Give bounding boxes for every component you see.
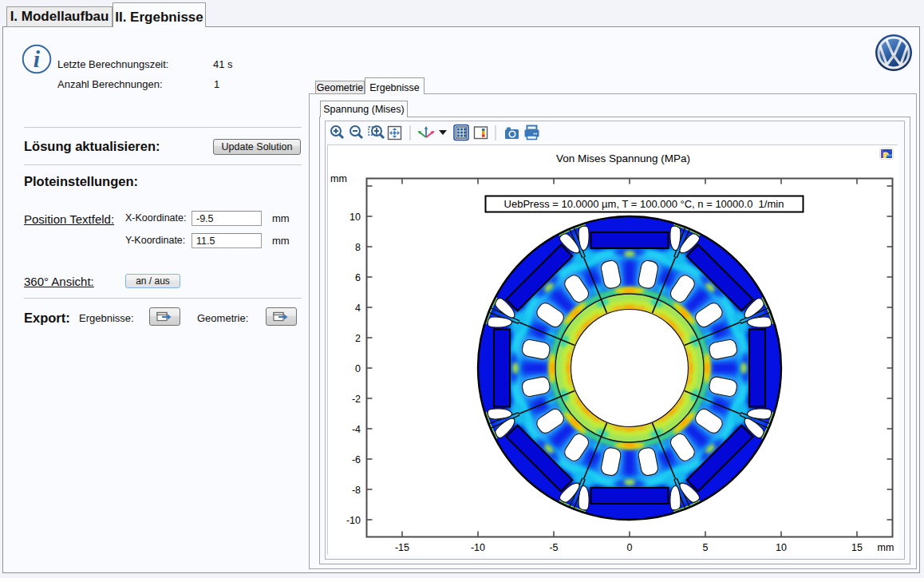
svg-text:-10: -10 — [471, 542, 485, 553]
svg-text:-6: -6 — [352, 454, 361, 465]
svg-text:15: 15 — [851, 542, 863, 553]
svg-text:UebPress = 10.0000 µm, T = 100: UebPress = 10.0000 µm, T = 100.000 °C, n… — [504, 198, 784, 210]
svg-text:-8: -8 — [352, 485, 361, 496]
svg-text:5: 5 — [703, 542, 709, 553]
svg-text:mm: mm — [330, 173, 347, 184]
svg-text:i: i — [34, 46, 41, 72]
svg-text:-2: -2 — [352, 394, 361, 405]
svg-text:0: 0 — [355, 363, 361, 374]
svg-text:-5: -5 — [549, 542, 558, 553]
svg-text:10: 10 — [349, 212, 361, 223]
svg-text:mm: mm — [878, 542, 894, 553]
svg-text:-4: -4 — [352, 424, 361, 435]
svg-text:-10: -10 — [346, 515, 361, 526]
svg-text:0: 0 — [627, 542, 633, 553]
svg-text:4: 4 — [355, 303, 361, 314]
svg-text:10: 10 — [776, 542, 787, 553]
svg-text:8: 8 — [355, 242, 361, 253]
svg-text:-15: -15 — [395, 542, 409, 553]
svg-text:6: 6 — [355, 272, 361, 283]
svg-text:Von Mises Spannung (MPa): Von Mises Spannung (MPa) — [556, 152, 690, 164]
svg-text:2: 2 — [355, 333, 361, 344]
